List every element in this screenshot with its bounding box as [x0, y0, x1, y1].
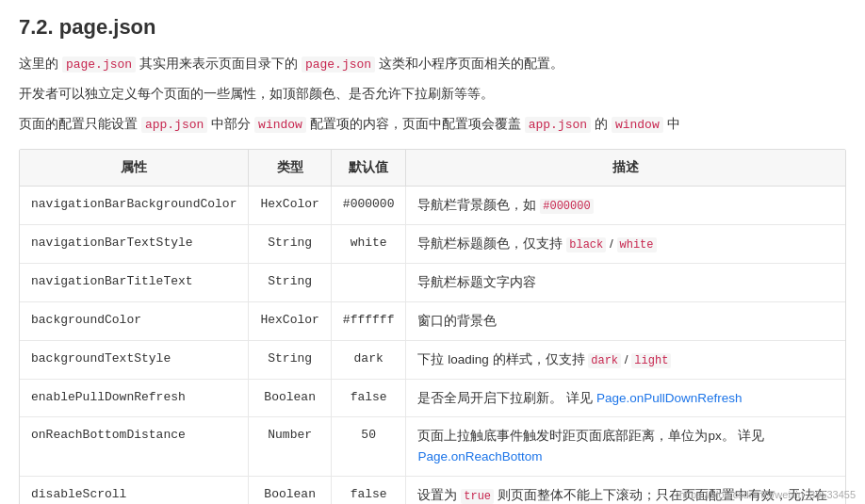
intro-line-1: 这里的 page.json 其实用来表示页面目录下的 page.json 这类和…: [19, 53, 846, 75]
type-cell: String: [249, 225, 331, 264]
attr-cell: disableScroll: [20, 476, 249, 504]
table-row: navigationBarBackgroundColor HexColor #0…: [20, 186, 845, 224]
default-cell: #000000: [331, 186, 406, 224]
desc-cell: 窗口的背景色: [406, 301, 845, 340]
type-cell: Boolean: [249, 476, 331, 504]
intro-line-3: 页面的配置只能设置 app.json 中部分 window 配置项的内容，页面中…: [19, 113, 846, 136]
desc-cell: 页面上拉触底事件触发时距页面底部距离，单位为px。 详见 Page.onReac…: [406, 417, 845, 476]
desc-cell: 下拉 loading 的样式，仅支持 dark / light: [406, 340, 845, 379]
table-row: backgroundColor HexColor #ffffff 窗口的背景色: [20, 301, 845, 340]
type-cell: String: [249, 340, 331, 379]
desc-cell: 是否全局开启下拉刷新。 详见 Page.onPullDownRefresh: [406, 379, 845, 417]
desc-cell: 导航栏背景颜色，如 #000000: [406, 186, 845, 224]
intro-line-2: 开发者可以独立定义每个页面的一些属性，如顶部颜色、是否允许下拉刷新等等。: [19, 83, 846, 106]
col-header-type: 类型: [249, 150, 331, 187]
table-row: navigationBarTitleText String 导航栏标题文字内容: [20, 264, 845, 302]
type-cell: HexColor: [249, 186, 331, 224]
attr-cell: navigationBarTitleText: [20, 264, 249, 302]
default-cell: [331, 264, 406, 302]
attr-cell: navigationBarTextStyle: [20, 225, 249, 264]
default-cell: #ffffff: [331, 301, 406, 340]
type-cell: Number: [249, 417, 331, 476]
desc-cell: 导航栏标题文字内容: [406, 264, 845, 302]
type-cell: HexColor: [249, 301, 331, 340]
default-cell: false: [331, 379, 406, 417]
attr-cell: backgroundColor: [20, 301, 249, 340]
type-cell: String: [249, 264, 331, 302]
attr-cell: navigationBarBackgroundColor: [20, 186, 249, 224]
col-header-desc: 描述: [406, 150, 845, 187]
default-cell: 50: [331, 417, 406, 476]
table-row: navigationBarTextStyle String white 导航栏标…: [20, 225, 845, 264]
table-row: onReachBottomDistance Number 50 页面上拉触底事件…: [20, 417, 845, 476]
pull-down-refresh-link[interactable]: Page.onPullDownRefresh: [596, 391, 743, 405]
type-cell: Boolean: [249, 379, 331, 417]
attr-cell: enablePullDownRefresh: [20, 379, 249, 417]
desc-cell: 导航栏标题颜色，仅支持 black / white: [406, 225, 845, 264]
page-title: 7.2. page.json: [19, 15, 846, 40]
default-cell: white: [331, 225, 406, 264]
attr-cell: onReachBottomDistance: [20, 417, 249, 476]
config-table: 属性 类型 默认值 描述 navigationBarBackgroundColo…: [19, 149, 846, 504]
table-row: backgroundTextStyle String dark 下拉 loadi…: [20, 340, 845, 379]
watermark: https://blog.csdn.net/weixin_39533455: [679, 489, 856, 500]
col-header-attr: 属性: [20, 150, 249, 187]
attr-cell: backgroundTextStyle: [20, 340, 249, 379]
reach-bottom-link[interactable]: Page.onReachBottom: [417, 449, 542, 463]
col-header-default: 默认值: [331, 150, 406, 187]
default-cell: dark: [331, 340, 406, 379]
default-cell: false: [331, 476, 406, 504]
table-row: enablePullDownRefresh Boolean false 是否全局…: [20, 379, 845, 417]
